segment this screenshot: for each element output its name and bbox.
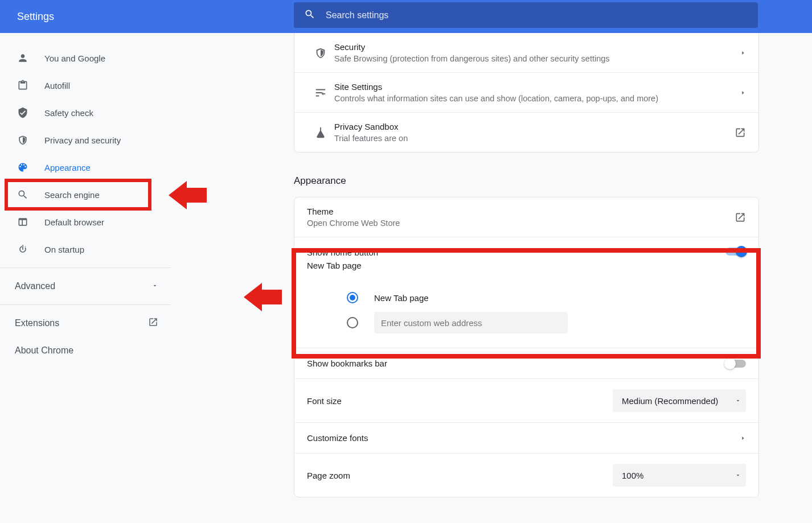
flask-icon xyxy=(307,126,334,139)
home-button-options: New Tab page xyxy=(294,281,758,348)
shield-icon xyxy=(307,47,334,59)
custom-url-input[interactable] xyxy=(374,312,568,333)
radio-newtab[interactable] xyxy=(347,292,358,303)
sidebar-label: You and Google xyxy=(44,53,105,63)
row-site-settings[interactable]: Site Settings Controls what information … xyxy=(294,72,758,112)
sidebar-item-search-engine[interactable]: Search engine xyxy=(0,181,171,208)
appearance-heading: Appearance xyxy=(294,175,759,187)
row-security[interactable]: Security Safe Browsing (protection from … xyxy=(294,33,758,72)
search-icon xyxy=(304,9,315,22)
sidebar-item-autofill[interactable]: Autofill xyxy=(0,72,171,99)
chevron-right-icon xyxy=(740,50,746,56)
search-icon xyxy=(17,189,44,200)
toggle-bookmarks[interactable] xyxy=(725,360,746,368)
chevron-right-icon xyxy=(740,90,746,96)
sidebar-item-you-and-google[interactable]: You and Google xyxy=(0,44,171,72)
person-icon xyxy=(17,52,44,64)
sidebar-item-on-startup[interactable]: On startup xyxy=(0,236,171,263)
row-title: Theme xyxy=(307,207,735,216)
about-label: About Chrome xyxy=(15,345,73,356)
row-title: Show bookmarks bar xyxy=(307,359,387,368)
search-input[interactable] xyxy=(326,10,748,20)
row-page-zoom: Page zoom 100% xyxy=(294,453,758,497)
annotation-arrow-home xyxy=(244,283,282,311)
row-subtitle: Trial features are on xyxy=(334,134,735,143)
row-subtitle: Open Chrome Web Store xyxy=(307,219,735,228)
annotation-arrow-sidebar xyxy=(169,181,207,209)
row-customize-fonts[interactable]: Customize fonts xyxy=(294,422,758,453)
appearance-card: Theme Open Chrome Web Store Show home bu… xyxy=(294,197,759,497)
sidebar-label: On startup xyxy=(44,245,84,254)
chevron-down-icon xyxy=(151,281,158,291)
palette-icon xyxy=(17,162,44,173)
chevron-down-icon xyxy=(735,396,741,406)
search-bar[interactable] xyxy=(294,2,758,28)
clipboard-icon xyxy=(17,80,44,91)
header-bar: Settings xyxy=(0,0,812,33)
sidebar-label: Safety check xyxy=(44,108,93,118)
select-value: Medium (Recommended) xyxy=(622,396,718,406)
row-font-size: Font size Medium (Recommended) xyxy=(294,378,758,422)
sidebar: You and Google Autofill Safety check Pri… xyxy=(0,33,171,364)
select-page-zoom[interactable]: 100% xyxy=(613,464,746,487)
row-subtitle: Safe Browsing (protection from dangerous… xyxy=(334,54,740,63)
power-icon xyxy=(17,244,44,255)
row-title: Show home button xyxy=(307,248,378,257)
row-title: Privacy Sandbox xyxy=(334,122,735,131)
sidebar-label: Appearance xyxy=(44,163,91,172)
sidebar-label: Privacy and security xyxy=(44,135,121,145)
radio-custom-url[interactable] xyxy=(347,317,358,328)
sliders-icon xyxy=(307,87,334,99)
sidebar-advanced[interactable]: Advanced xyxy=(0,273,171,300)
row-subtitle: Controls what information sites can use … xyxy=(334,94,740,103)
sidebar-item-safety-check[interactable]: Safety check xyxy=(0,99,171,126)
row-title: Security xyxy=(334,42,740,52)
window-icon xyxy=(17,216,44,228)
sidebar-item-privacy-security[interactable]: Privacy and security xyxy=(0,126,171,154)
row-subtitle: New Tab page xyxy=(307,261,378,270)
sidebar-extensions[interactable]: Extensions xyxy=(0,310,171,337)
advanced-label: Advanced xyxy=(15,281,55,291)
radio-row-newtab[interactable]: New Tab page xyxy=(347,285,746,310)
main-content: Security Safe Browsing (protection from … xyxy=(294,33,759,497)
radio-newtab-label: New Tab page xyxy=(374,293,429,303)
radio-row-custom[interactable] xyxy=(347,310,746,335)
shield-icon xyxy=(17,134,44,146)
divider xyxy=(0,267,171,268)
sidebar-label: Autofill xyxy=(44,81,70,90)
verified-shield-icon xyxy=(17,107,44,118)
select-font-size[interactable]: Medium (Recommended) xyxy=(613,389,746,412)
extensions-label: Extensions xyxy=(15,318,59,328)
privacy-card: Security Safe Browsing (protection from … xyxy=(294,33,759,153)
row-show-bookmarks[interactable]: Show bookmarks bar xyxy=(294,348,758,378)
row-show-home-button[interactable]: Show home button New Tab page xyxy=(294,237,758,281)
open-external-icon xyxy=(148,317,158,330)
toggle-show-home[interactable] xyxy=(725,248,746,256)
sidebar-item-appearance[interactable]: Appearance xyxy=(0,154,171,181)
open-external-icon xyxy=(735,127,746,138)
sidebar-item-default-browser[interactable]: Default browser xyxy=(0,208,171,236)
row-privacy-sandbox[interactable]: Privacy Sandbox Trial features are on xyxy=(294,112,758,152)
chevron-right-icon xyxy=(740,433,746,443)
select-value: 100% xyxy=(622,471,643,480)
page-title: Settings xyxy=(17,11,296,23)
chevron-down-icon xyxy=(735,471,741,480)
row-title: Font size xyxy=(307,396,342,406)
row-title: Page zoom xyxy=(307,471,350,480)
divider xyxy=(0,304,171,305)
open-external-icon xyxy=(735,212,746,223)
sidebar-label: Default browser xyxy=(44,217,104,227)
sidebar-label: Search engine xyxy=(44,190,100,200)
row-title: Site Settings xyxy=(334,82,740,92)
row-theme[interactable]: Theme Open Chrome Web Store xyxy=(294,197,758,237)
row-title: Customize fonts xyxy=(307,433,368,443)
sidebar-about-chrome[interactable]: About Chrome xyxy=(0,337,171,364)
